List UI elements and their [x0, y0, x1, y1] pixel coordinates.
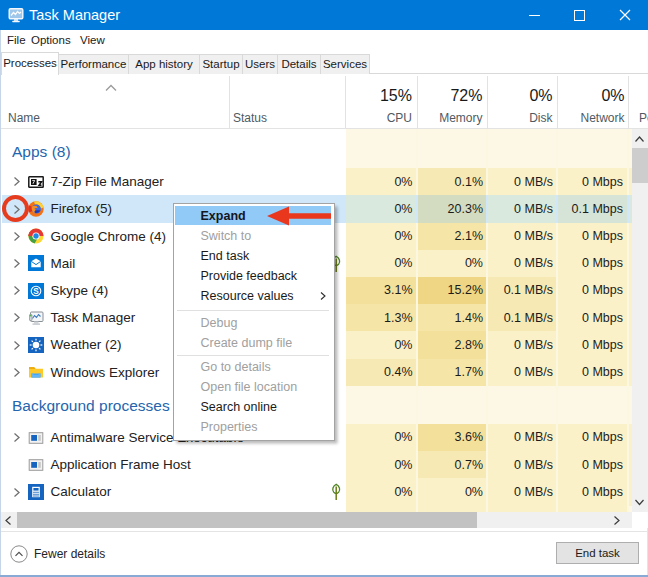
svg-text:S: S [33, 287, 39, 296]
